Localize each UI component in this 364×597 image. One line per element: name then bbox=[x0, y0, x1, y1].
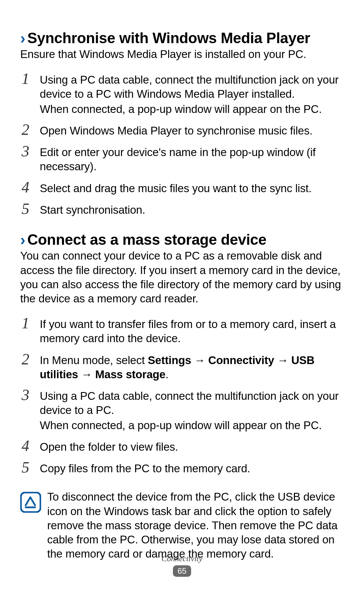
step-text: Using a PC data cable, connect the multi… bbox=[40, 73, 339, 100]
note: To disconnect the device from the PC, cl… bbox=[20, 490, 344, 561]
step-body: Edit or enter your device's name in the … bbox=[40, 143, 344, 174]
footer-section: Connectivity bbox=[0, 554, 364, 563]
step-body: Open Windows Media Player to synchronise… bbox=[40, 122, 312, 138]
step-body: Open the folder to view files. bbox=[40, 438, 178, 454]
step-number: 2 bbox=[20, 351, 40, 367]
step-number: 1 bbox=[20, 71, 40, 87]
section2-intro: You can connect your device to a PC as a… bbox=[20, 249, 344, 306]
step: 4 Select and drag the music files you wa… bbox=[20, 179, 344, 196]
step: 1 If you want to transfer files from or … bbox=[20, 315, 344, 346]
step-number: 2 bbox=[20, 122, 40, 138]
note-icon bbox=[20, 492, 41, 513]
section-heading-mass-storage: › Connect as a mass storage device bbox=[20, 231, 344, 248]
step-number: 4 bbox=[20, 179, 40, 196]
step-body: Using a PC data cable, connect the multi… bbox=[40, 71, 344, 116]
section1-steps: 1 Using a PC data cable, connect the mul… bbox=[20, 71, 344, 217]
page-footer: Connectivity 65 bbox=[0, 554, 364, 577]
step-body: Start synchronisation. bbox=[40, 201, 145, 217]
step-extra: When connected, a pop-up window will app… bbox=[40, 418, 344, 432]
step-body: Select and drag the music files you want… bbox=[40, 179, 311, 196]
step-lead: In Menu mode, select bbox=[40, 354, 148, 366]
step: 4 Open the folder to view files. bbox=[20, 438, 344, 454]
step-number: 3 bbox=[20, 387, 40, 403]
step: 3 Using a PC data cable, connect the mul… bbox=[20, 387, 344, 432]
step: 5 Start synchronisation. bbox=[20, 201, 344, 217]
step-extra: When connected, a pop-up window will app… bbox=[40, 102, 344, 116]
step-text: Using a PC data cable, connect the multi… bbox=[40, 390, 339, 416]
step-number: 1 bbox=[20, 315, 40, 331]
chevron-icon: › bbox=[20, 30, 25, 46]
step: 1 Using a PC data cable, connect the mul… bbox=[20, 71, 344, 116]
step-number: 5 bbox=[20, 201, 40, 217]
step-body: If you want to transfer files from or to… bbox=[40, 315, 344, 346]
note-body: To disconnect the device from the PC, cl… bbox=[47, 490, 344, 561]
step: 2 In Menu mode, select Settings → Connec… bbox=[20, 351, 344, 382]
heading-text: Synchronise with Windows Media Player bbox=[27, 30, 310, 47]
step: 2 Open Windows Media Player to synchroni… bbox=[20, 122, 344, 138]
chevron-icon: › bbox=[20, 232, 25, 247]
page-number: 65 bbox=[173, 565, 191, 577]
manual-page: › Synchronise with Windows Media Player … bbox=[0, 0, 364, 597]
step-number: 3 bbox=[20, 143, 40, 159]
svg-rect-0 bbox=[21, 492, 40, 512]
step: 3 Edit or enter your device's name in th… bbox=[20, 143, 344, 174]
step: 5 Copy files from the PC to the memory c… bbox=[20, 459, 344, 476]
section-heading-sync: › Synchronise with Windows Media Player bbox=[20, 30, 344, 47]
heading-text: Connect as a mass storage device bbox=[27, 231, 266, 248]
step-number: 4 bbox=[20, 438, 40, 454]
step-number: 5 bbox=[20, 459, 40, 476]
step-body: Copy files from the PC to the memory car… bbox=[40, 459, 250, 476]
section1-intro: Ensure that Windows Media Player is inst… bbox=[20, 47, 344, 61]
section2-steps: 1 If you want to transfer files from or … bbox=[20, 315, 344, 476]
step-body: In Menu mode, select Settings → Connecti… bbox=[40, 351, 344, 382]
step-tail: . bbox=[165, 368, 169, 381]
step-body: Using a PC data cable, connect the multi… bbox=[40, 387, 344, 432]
